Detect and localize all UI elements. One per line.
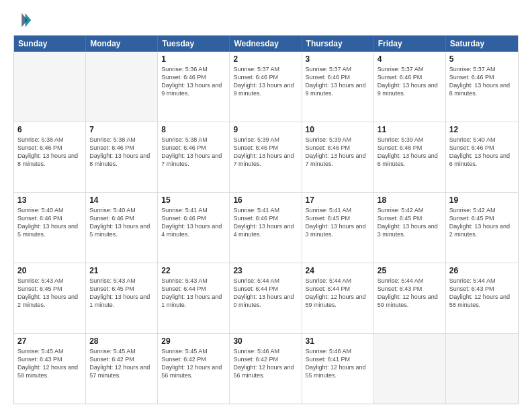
day-info: Sunrise: 5:42 AM Sunset: 6:45 PM Dayligh… (378, 206, 442, 239)
day-info: Sunrise: 5:41 AM Sunset: 6:45 PM Dayligh… (306, 206, 370, 239)
day-info: Sunrise: 5:39 AM Sunset: 6:46 PM Dayligh… (306, 136, 370, 169)
day-number: 16 (233, 195, 298, 205)
day-cell-19: 19Sunrise: 5:42 AM Sunset: 6:45 PM Dayli… (446, 193, 518, 263)
day-info: Sunrise: 5:40 AM Sunset: 6:46 PM Dayligh… (449, 136, 515, 169)
day-info: Sunrise: 5:37 AM Sunset: 6:46 PM Dayligh… (378, 65, 442, 98)
day-info: Sunrise: 5:38 AM Sunset: 6:46 PM Dayligh… (89, 136, 154, 169)
day-cell-13: 13Sunrise: 5:40 AM Sunset: 6:46 PM Dayli… (14, 193, 86, 263)
calendar-row-5: 27Sunrise: 5:45 AM Sunset: 6:43 PM Dayli… (14, 334, 518, 404)
day-number: 1 (161, 54, 226, 64)
logo (13, 11, 35, 30)
day-cell-8: 8Sunrise: 5:38 AM Sunset: 6:46 PM Daylig… (158, 122, 230, 192)
empty-cell (446, 334, 518, 404)
day-cell-14: 14Sunrise: 5:40 AM Sunset: 6:46 PM Dayli… (86, 193, 158, 263)
day-info: Sunrise: 5:42 AM Sunset: 6:45 PM Dayligh… (449, 206, 515, 239)
day-cell-27: 27Sunrise: 5:45 AM Sunset: 6:43 PM Dayli… (14, 334, 86, 404)
day-number: 11 (378, 125, 442, 134)
day-info: Sunrise: 5:37 AM Sunset: 6:46 PM Dayligh… (306, 65, 370, 98)
header-day-wednesday: Wednesday (230, 36, 302, 52)
day-number: 25 (378, 266, 442, 275)
day-info: Sunrise: 5:43 AM Sunset: 6:44 PM Dayligh… (161, 277, 226, 310)
day-cell-2: 2Sunrise: 5:37 AM Sunset: 6:46 PM Daylig… (230, 52, 302, 122)
header-day-monday: Monday (86, 36, 158, 52)
logo-icon (13, 11, 32, 30)
day-number: 2 (233, 54, 298, 64)
day-info: Sunrise: 5:41 AM Sunset: 6:46 PM Dayligh… (161, 206, 226, 239)
calendar-row-1: 1Sunrise: 5:36 AM Sunset: 6:46 PM Daylig… (14, 52, 518, 122)
day-cell-26: 26Sunrise: 5:44 AM Sunset: 6:43 PM Dayli… (446, 263, 518, 333)
day-info: Sunrise: 5:45 AM Sunset: 6:42 PM Dayligh… (161, 347, 226, 380)
day-info: Sunrise: 5:38 AM Sunset: 6:46 PM Dayligh… (161, 136, 226, 169)
day-number: 9 (233, 125, 298, 134)
day-number: 7 (89, 125, 154, 134)
day-cell-6: 6Sunrise: 5:38 AM Sunset: 6:46 PM Daylig… (14, 122, 86, 192)
day-cell-30: 30Sunrise: 5:46 AM Sunset: 6:42 PM Dayli… (230, 334, 302, 404)
day-number: 8 (161, 125, 226, 134)
header-day-thursday: Thursday (302, 36, 374, 52)
day-number: 30 (233, 336, 298, 346)
day-info: Sunrise: 5:40 AM Sunset: 6:46 PM Dayligh… (89, 206, 154, 239)
day-cell-1: 1Sunrise: 5:36 AM Sunset: 6:46 PM Daylig… (158, 52, 230, 122)
day-number: 24 (306, 266, 370, 275)
day-number: 15 (161, 195, 226, 205)
day-number: 22 (161, 266, 226, 275)
day-cell-7: 7Sunrise: 5:38 AM Sunset: 6:46 PM Daylig… (86, 122, 158, 192)
calendar-row-3: 13Sunrise: 5:40 AM Sunset: 6:46 PM Dayli… (14, 193, 518, 263)
day-cell-4: 4Sunrise: 5:37 AM Sunset: 6:46 PM Daylig… (374, 52, 446, 122)
day-info: Sunrise: 5:44 AM Sunset: 6:44 PM Dayligh… (306, 277, 370, 310)
day-cell-28: 28Sunrise: 5:45 AM Sunset: 6:42 PM Dayli… (86, 334, 158, 404)
header-day-saturday: Saturday (446, 36, 518, 52)
day-info: Sunrise: 5:40 AM Sunset: 6:46 PM Dayligh… (17, 206, 82, 239)
day-number: 20 (17, 266, 82, 275)
day-info: Sunrise: 5:41 AM Sunset: 6:46 PM Dayligh… (233, 206, 298, 239)
day-cell-20: 20Sunrise: 5:43 AM Sunset: 6:45 PM Dayli… (14, 263, 86, 333)
day-info: Sunrise: 5:46 AM Sunset: 6:41 PM Dayligh… (306, 347, 370, 380)
day-info: Sunrise: 5:43 AM Sunset: 6:45 PM Dayligh… (17, 277, 82, 310)
day-cell-15: 15Sunrise: 5:41 AM Sunset: 6:46 PM Dayli… (158, 193, 230, 263)
day-number: 31 (306, 336, 370, 346)
day-number: 6 (17, 125, 82, 134)
day-number: 13 (17, 195, 82, 205)
day-cell-29: 29Sunrise: 5:45 AM Sunset: 6:42 PM Dayli… (158, 334, 230, 404)
day-number: 4 (378, 54, 442, 64)
day-cell-3: 3Sunrise: 5:37 AM Sunset: 6:46 PM Daylig… (302, 52, 374, 122)
calendar-header: SundayMondayTuesdayWednesdayThursdayFrid… (14, 36, 518, 52)
day-info: Sunrise: 5:45 AM Sunset: 6:43 PM Dayligh… (17, 347, 82, 380)
day-number: 21 (89, 266, 154, 275)
day-number: 19 (449, 195, 515, 205)
day-number: 17 (306, 195, 370, 205)
calendar-body: 1Sunrise: 5:36 AM Sunset: 6:46 PM Daylig… (14, 52, 518, 404)
day-number: 23 (233, 266, 298, 275)
empty-cell (374, 334, 446, 404)
day-cell-17: 17Sunrise: 5:41 AM Sunset: 6:45 PM Dayli… (302, 193, 374, 263)
day-cell-25: 25Sunrise: 5:44 AM Sunset: 6:43 PM Dayli… (374, 263, 446, 333)
day-info: Sunrise: 5:36 AM Sunset: 6:46 PM Dayligh… (161, 65, 226, 98)
day-info: Sunrise: 5:39 AM Sunset: 6:46 PM Dayligh… (233, 136, 298, 169)
day-cell-31: 31Sunrise: 5:46 AM Sunset: 6:41 PM Dayli… (302, 334, 374, 404)
day-number: 5 (449, 54, 515, 64)
day-info: Sunrise: 5:46 AM Sunset: 6:42 PM Dayligh… (233, 347, 298, 380)
day-info: Sunrise: 5:37 AM Sunset: 6:46 PM Dayligh… (233, 65, 298, 98)
day-cell-22: 22Sunrise: 5:43 AM Sunset: 6:44 PM Dayli… (158, 263, 230, 333)
day-number: 18 (378, 195, 442, 205)
day-info: Sunrise: 5:44 AM Sunset: 6:44 PM Dayligh… (233, 277, 298, 310)
day-cell-21: 21Sunrise: 5:43 AM Sunset: 6:45 PM Dayli… (86, 263, 158, 333)
header-day-friday: Friday (374, 36, 446, 52)
header (13, 11, 519, 30)
day-number: 26 (449, 266, 515, 275)
day-number: 14 (89, 195, 154, 205)
day-info: Sunrise: 5:44 AM Sunset: 6:43 PM Dayligh… (378, 277, 442, 310)
day-info: Sunrise: 5:37 AM Sunset: 6:46 PM Dayligh… (449, 65, 515, 98)
header-day-tuesday: Tuesday (158, 36, 230, 52)
day-cell-16: 16Sunrise: 5:41 AM Sunset: 6:46 PM Dayli… (230, 193, 302, 263)
day-cell-12: 12Sunrise: 5:40 AM Sunset: 6:46 PM Dayli… (446, 122, 518, 192)
day-cell-11: 11Sunrise: 5:39 AM Sunset: 6:46 PM Dayli… (374, 122, 446, 192)
day-info: Sunrise: 5:45 AM Sunset: 6:42 PM Dayligh… (89, 347, 154, 380)
day-number: 27 (17, 336, 82, 346)
day-cell-9: 9Sunrise: 5:39 AM Sunset: 6:46 PM Daylig… (230, 122, 302, 192)
calendar-row-2: 6Sunrise: 5:38 AM Sunset: 6:46 PM Daylig… (14, 122, 518, 193)
empty-cell (86, 52, 158, 122)
day-number: 29 (161, 336, 226, 346)
day-number: 12 (449, 125, 515, 134)
empty-cell (14, 52, 86, 122)
